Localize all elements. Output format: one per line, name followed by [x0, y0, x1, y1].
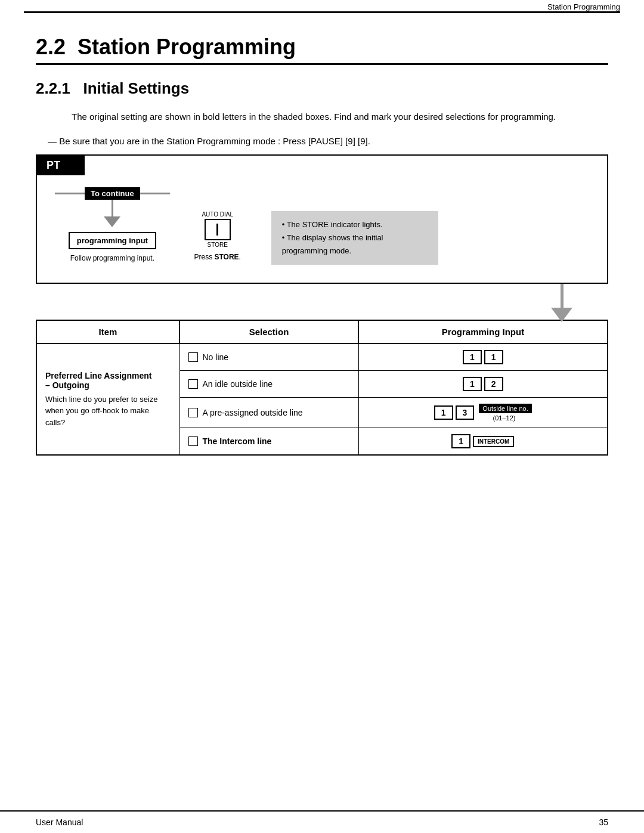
selection-cell-2: An idle outside line	[179, 371, 358, 398]
note-line: — Be sure that you are in the Station Pr…	[48, 136, 608, 146]
intercom-key: INTERCOM	[473, 436, 514, 447]
note-text: — Be sure that you are in the Station Pr…	[48, 136, 370, 146]
item-desc: Which line do you prefer to seize when y…	[45, 394, 171, 429]
col-item: Item	[36, 320, 179, 343]
page-footer: User Manual 35	[0, 810, 644, 833]
to-continue-row: To continue	[55, 187, 170, 200]
note-item-2: The display shows the initial programmin…	[282, 231, 428, 258]
key-3-2: 3	[456, 405, 475, 420]
autodial-text: AUTO DIAL	[202, 211, 233, 218]
checkbox-row-1: No line	[188, 352, 350, 362]
subsection-number: 2.2.1	[36, 79, 70, 97]
press-store-text: Press STORE.	[194, 253, 240, 261]
table-row: Preferred Line Assignment – Outgoing Whi…	[36, 343, 608, 371]
checkbox-1	[188, 352, 198, 362]
prog-input-box: programming input	[69, 232, 156, 249]
footer-left: User Manual	[36, 817, 83, 827]
pt-label: PT	[37, 156, 85, 175]
tc-right-line	[140, 193, 170, 194]
store-label: STORE	[208, 241, 228, 248]
to-continue-label: To continue	[85, 187, 140, 200]
checkbox-2	[188, 379, 198, 389]
notes-box: The STORE indicator lights. The display …	[271, 211, 438, 265]
intro-paragraph: The original setting are shown in bold l…	[72, 110, 608, 124]
autodial-container: AUTO DIAL STORE	[202, 211, 233, 248]
selection-cell-3: A pre-assigned outside line	[179, 398, 358, 428]
store-button	[205, 219, 231, 240]
checkbox-row-2: An idle outside line	[188, 379, 350, 389]
prog-input-cell-2: 1 2	[358, 371, 608, 398]
header-label: Station Programming	[0, 0, 644, 11]
key-2-2: 2	[484, 377, 503, 391]
selection-cell-1: No line	[179, 343, 358, 371]
tc-left-line	[55, 193, 85, 194]
section-title-text: Station Programming	[78, 35, 296, 59]
prog-input-label: programming input	[77, 236, 148, 245]
flow-column-1: To continue programming input Follow pro…	[55, 187, 170, 262]
follow-text-label: Follow programming input.	[70, 254, 154, 262]
prog-input-cell-4: 1 INTERCOM	[358, 428, 608, 456]
key-row-1: 1 1	[367, 350, 599, 364]
col-prog-input: Programming Input	[358, 320, 608, 343]
diagram-flow: To continue programming input Follow pro…	[37, 175, 607, 283]
selection-label-1: No line	[203, 352, 229, 362]
header-text: Station Programming	[547, 2, 620, 11]
selection-label-4: The Intercom line	[203, 436, 272, 446]
notes-list: The STORE indicator lights. The display …	[282, 218, 428, 258]
key-row-2: 1 2	[367, 377, 599, 391]
table-header-row: Item Selection Programming Input	[36, 320, 608, 343]
store-label-text: STORE	[208, 241, 228, 248]
selection-label-2: An idle outside line	[203, 379, 273, 389]
to-continue-section: To continue	[55, 187, 170, 232]
follow-text: Follow programming input.	[70, 254, 154, 262]
tc-arrow-down	[104, 216, 120, 227]
big-connector	[36, 284, 608, 320]
checkbox-4	[188, 436, 198, 446]
checkbox-row-3: A pre-assigned outside line	[188, 408, 350, 417]
checkbox-row-4: The Intercom line	[188, 436, 350, 446]
item-cell: Preferred Line Assignment – Outgoing Whi…	[36, 343, 179, 455]
checkbox-3	[188, 408, 198, 417]
key-1-2: 1	[484, 350, 503, 364]
col-selection: Selection	[179, 320, 358, 343]
key-row-3-outer: 1 3 Outside line no. (01–12)	[367, 404, 599, 422]
key-1-1: 1	[463, 350, 482, 364]
tc-v-line	[112, 200, 113, 216]
outside-line-hint-block: Outside line no. (01–12)	[476, 404, 531, 422]
item-title: Preferred Line Assignment	[45, 371, 171, 380]
pt-diagram: PT To continue	[36, 154, 608, 284]
footer-right: 35	[599, 817, 608, 827]
key-row-4: 1 INTERCOM	[367, 434, 599, 448]
store-button-bar	[216, 224, 218, 236]
subsection-title-text: Initial Settings	[83, 79, 190, 97]
flow-column-2: AUTO DIAL STORE Press STORE.	[182, 211, 253, 261]
key-4-1: 1	[451, 434, 470, 448]
selection-label-3: A pre-assigned outside line	[203, 408, 303, 417]
programming-table: Item Selection Programming Input Preferr…	[36, 320, 608, 456]
connector-inner	[551, 284, 572, 322]
intro-text: The original setting are shown in bold l…	[72, 112, 556, 122]
connector-line	[561, 284, 564, 308]
flow-column-3: The STORE indicator lights. The display …	[271, 199, 438, 265]
key-row-3: 1 3	[434, 405, 475, 420]
item-subtitle: – Outgoing	[45, 380, 171, 390]
selection-cell-4: The Intercom line	[179, 428, 358, 456]
top-rule	[24, 11, 620, 17]
prog-input-cell-1: 1 1	[358, 343, 608, 371]
connector-arrowhead	[551, 308, 572, 322]
page-content: 2.2 Station Programming 2.2.1 Initial Se…	[0, 17, 644, 503]
note-item-1: The STORE indicator lights.	[282, 218, 428, 231]
key-2-1: 1	[463, 377, 482, 391]
to-continue-text: To continue	[91, 189, 134, 198]
section-number: 2.2	[36, 35, 66, 59]
key-3-1: 1	[434, 405, 453, 420]
section-title: 2.2 Station Programming	[36, 35, 608, 65]
subsection-title: 2.2.1 Initial Settings	[36, 79, 608, 98]
outside-line-sub: (01–12)	[476, 414, 531, 422]
prog-input-cell-3: 1 3 Outside line no. (01–12)	[358, 398, 608, 428]
outside-line-hint: Outside line no.	[479, 404, 531, 413]
autodial-label: AUTO DIAL	[202, 211, 233, 218]
